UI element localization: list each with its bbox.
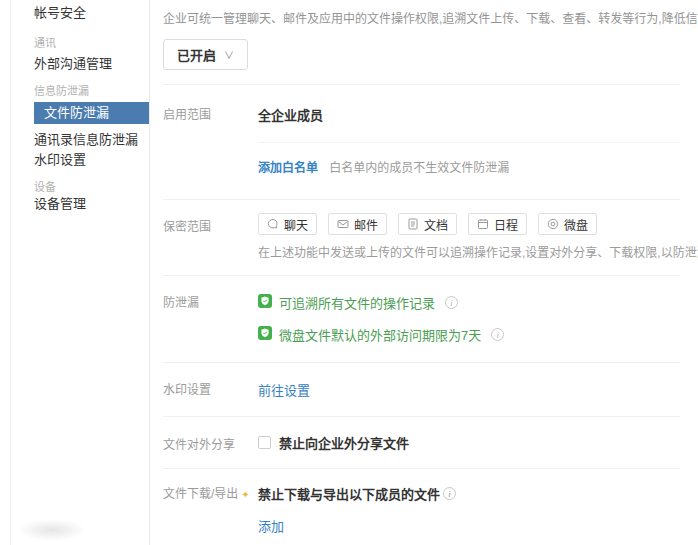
feature-description-row: 企业可统一管理聊天、邮件及应用中的文件操作权限,追溯文件上传、下载、查看、转发等… [163,0,680,26]
add-whitelist-link[interactable]: 添加白名单 [258,161,318,175]
section-external-share: 文件对外分享 禁止向企业外分享文件 [163,417,680,469]
leak-prevention-label: 防泄漏 [163,293,258,344]
sidebar-item-account-security[interactable]: 帐号安全 [11,3,149,23]
download-export-label-text: 文件下载/导出 [163,487,238,501]
info-icon[interactable]: i [491,328,504,341]
chip-chat-label: 聊天 [284,216,308,233]
sidebar-item-watermark-settings[interactable]: 水印设置 [11,150,149,170]
new-feature-icon: ✦ [241,489,249,500]
whitelist-hint: 白名单内的成员不生效文件防泄漏 [329,161,509,175]
page-shadow [17,519,87,541]
whitelist-row: 添加白名单 白名单内的成员不生效文件防泄漏 [258,142,680,199]
external-share-label: 文件对外分享 [163,433,258,452]
admin-settings-page: 帐号安全 通讯 外部沟通管理 信息防泄漏 文件防泄漏 通讯录信息防泄漏 水印设置… [0,0,698,545]
go-to-watermark-settings-link[interactable]: 前往设置 [258,383,310,398]
apply-scope-label: 启用范围 [163,105,258,199]
enabled-status-label: 已开启 [177,45,216,64]
sidebar-item-contacts-leak-prevention[interactable]: 通讯录信息防泄漏 [11,130,149,150]
secrecy-scope-chips: 聊天 邮件 文档 日程 [258,213,680,235]
forbid-external-share-text: 禁止向企业外分享文件 [279,433,409,452]
download-export-label: 文件下载/导出✦ [163,484,258,535]
info-icon[interactable]: i [443,487,456,500]
shield-check-icon [258,294,272,311]
sidebar-item-device-management[interactable]: 设备管理 [11,194,149,214]
section-leak-prevention: 防泄漏 可追溯所有文件的操作记录 i 微盘文件默认的外部访问期限为7天 i [163,276,680,363]
file-leak-prevention-panel: 企业可统一管理聊天、邮件及应用中的文件操作权限,追溯文件上传、下载、查看、转发等… [150,0,698,545]
sidebar-item-external-communication[interactable]: 外部沟通管理 [11,54,149,74]
mail-icon [337,218,349,230]
forbid-external-share-checkbox[interactable] [258,436,271,449]
chip-mail[interactable]: 邮件 [328,213,387,235]
chevron-down-icon: ∨ [224,47,234,62]
chip-calendar[interactable]: 日程 [468,213,527,235]
secrecy-scope-label: 保密范围 [163,213,258,260]
apply-scope-value: 全企业成员 [258,105,680,124]
section-watermark: 水印设置 前往设置 [163,363,680,417]
section-download-export: 文件下载/导出✦ 禁止下载与导出以下成员的文件 i 添加 [163,469,680,545]
sidebar-section-communication: 通讯 [11,36,149,50]
sidebar-item-file-leak-prevention[interactable]: 文件防泄漏 [34,102,149,124]
forbid-download-line: 禁止下载与导出以下成员的文件 i [258,484,680,503]
chip-drive[interactable]: 微盘 [538,213,597,235]
chip-document-label: 文档 [424,216,448,233]
section-apply-scope: 启用范围 全企业成员 添加白名单 白名单内的成员不生效文件防泄漏 [163,85,680,200]
enabled-status-dropdown[interactable]: 已开启 ∨ [163,39,248,70]
settings-sidebar: 帐号安全 通讯 外部沟通管理 信息防泄漏 文件防泄漏 通讯录信息防泄漏 水印设置… [10,0,150,545]
document-icon [407,218,419,230]
info-icon[interactable]: i [445,296,458,309]
calendar-icon [477,218,489,230]
secrecy-scope-hint: 在上述功能中发送或上传的文件可以追溯操作记录,设置对外分享、下载权限,以防泄漏。 [258,243,680,260]
chip-chat[interactable]: 聊天 [258,213,317,235]
chip-drive-label: 微盘 [564,216,588,233]
status-row: 已开启 ∨ [163,39,680,85]
forbid-download-text: 禁止下载与导出以下成员的文件 [258,484,440,503]
section-secrecy-scope: 保密范围 聊天 邮件 文档 [163,200,680,276]
watermark-label: 水印设置 [163,380,258,399]
prevention-drive-line: 微盘文件默认的外部访问期限为7天 i [258,325,680,344]
feature-description: 企业可统一管理聊天、邮件及应用中的文件操作权限,追溯文件上传、下载、查看、转发等… [163,9,698,26]
prevention-drive-text: 微盘文件默认的外部访问期限为7天 [279,325,481,344]
prevention-trace-line: 可追溯所有文件的操作记录 i [258,293,680,312]
sidebar-section-device: 设备 [11,180,149,194]
left-gutter [0,0,10,545]
chip-mail-label: 邮件 [354,216,378,233]
drive-icon [547,218,559,230]
add-members-link[interactable]: 添加 [258,519,284,534]
chat-icon [267,218,279,230]
chip-document[interactable]: 文档 [398,213,457,235]
sidebar-section-info-leak-prevention: 信息防泄漏 [11,84,149,98]
chip-calendar-label: 日程 [494,216,518,233]
prevention-trace-text: 可追溯所有文件的操作记录 [279,293,435,312]
shield-check-icon [258,326,272,343]
